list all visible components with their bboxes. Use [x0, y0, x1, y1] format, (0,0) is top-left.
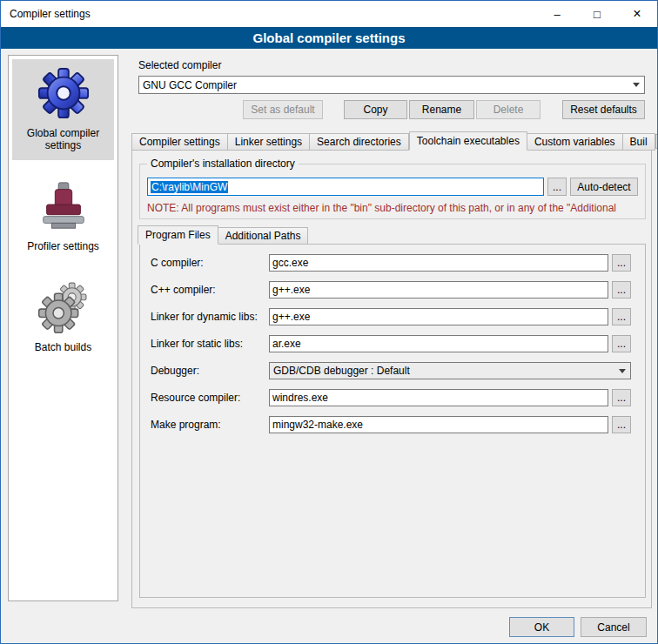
resource-compiler-input[interactable]: [269, 389, 608, 406]
sidebar-item-label: Batch builds: [35, 341, 91, 353]
profiler-tool-icon: [37, 179, 91, 233]
c-compiler-browse-button[interactable]: ...: [612, 254, 631, 272]
static-linker-browse-button[interactable]: ...: [612, 335, 631, 352]
tab-compiler-settings[interactable]: Compiler settings: [131, 133, 228, 151]
ok-button[interactable]: OK: [509, 617, 574, 637]
close-icon[interactable]: ×: [617, 1, 657, 27]
tab-build-options-truncated[interactable]: Buil: [623, 133, 655, 151]
inner-page-wrap: C compiler: ... C++ compiler: ... Linker…: [139, 151, 646, 607]
chevron-down-icon: [628, 77, 643, 92]
toolchain-executables-page: Compiler's installation directory C:\ray…: [131, 150, 652, 608]
resource-compiler-browse-button[interactable]: ...: [612, 389, 631, 406]
make-program-label: Make program:: [151, 419, 269, 431]
chevron-down-icon: [614, 364, 629, 378]
tab-linker-settings[interactable]: Linker settings: [228, 133, 310, 151]
static-linker-label: Linker for static libs:: [151, 338, 269, 350]
tab-scroll-buttons: ◄ ►: [655, 134, 658, 151]
static-linker-row: Linker for static libs: ...: [151, 335, 631, 352]
page-title: Global compiler settings: [1, 27, 657, 49]
debugger-select[interactable]: GDB/CDB debugger : Default: [269, 362, 631, 379]
blue-gear-icon: [37, 66, 91, 120]
maximize-icon[interactable]: □: [577, 1, 617, 27]
settings-tab-bar: Compiler settings Linker settings Search…: [131, 131, 652, 151]
gray-gears-icon: [37, 280, 91, 334]
dynamic-linker-label: Linker for dynamic libs:: [151, 311, 269, 323]
compiler-settings-window: Compiler settings – □ × Global compiler …: [0, 0, 658, 644]
selected-compiler-label: Selected compiler: [138, 59, 221, 71]
sidebar-item-profiler-settings[interactable]: Profiler settings: [12, 172, 114, 261]
copy-button[interactable]: Copy: [344, 100, 407, 119]
c-compiler-row: C compiler: ...: [151, 254, 631, 272]
compiler-button-row: Set as default Copy Rename Delete Reset …: [138, 100, 645, 119]
tab-program-files[interactable]: Program Files: [138, 225, 218, 245]
sidebar-item-label: Profiler settings: [27, 240, 99, 252]
program-tab-bar: Program Files Additional Paths: [138, 226, 308, 245]
dynamic-linker-row: Linker for dynamic libs: ...: [151, 308, 631, 325]
selected-compiler-value: GNU GCC Compiler: [143, 79, 237, 91]
cpp-compiler-input[interactable]: [269, 281, 608, 299]
debugger-label: Debugger:: [151, 365, 269, 377]
sidebar: Global compiler settings Profiler settin…: [8, 55, 118, 601]
titlebar: Compiler settings – □ ×: [1, 1, 657, 27]
delete-button: Delete: [476, 100, 540, 119]
resource-compiler-row: Resource compiler: ...: [151, 389, 631, 406]
tab-custom-variables[interactable]: Custom variables: [527, 133, 623, 151]
main-panel: Selected compiler GNU GCC Compiler Set a…: [131, 55, 652, 608]
tab-search-directories[interactable]: Search directories: [310, 133, 409, 151]
debugger-value: GDB/CDB debugger : Default: [273, 365, 410, 377]
make-program-input[interactable]: [269, 416, 608, 433]
dynamic-linker-input[interactable]: [269, 308, 608, 325]
minimize-icon[interactable]: –: [537, 1, 577, 27]
sidebar-item-batch-builds[interactable]: Batch builds: [12, 273, 114, 362]
tab-additional-paths[interactable]: Additional Paths: [218, 227, 309, 245]
resource-compiler-label: Resource compiler:: [151, 392, 269, 404]
reset-defaults-button[interactable]: Reset defaults: [562, 100, 645, 119]
debugger-row: Debugger: GDB/CDB debugger : Default: [151, 362, 631, 379]
rename-button[interactable]: Rename: [409, 100, 474, 119]
tab-scroll-left-icon[interactable]: ◄: [655, 134, 658, 149]
dynamic-linker-browse-button[interactable]: ...: [612, 308, 631, 325]
make-program-row: Make program: ...: [151, 416, 631, 433]
c-compiler-label: C compiler:: [151, 257, 269, 269]
set-as-default-button: Set as default: [243, 100, 323, 119]
c-compiler-input[interactable]: [269, 254, 608, 272]
static-linker-input[interactable]: [269, 335, 608, 352]
cpp-compiler-row: C++ compiler: ...: [151, 281, 631, 299]
cpp-compiler-browse-button[interactable]: ...: [612, 281, 631, 299]
program-files-page: C compiler: ... C++ compiler: ... Linker…: [139, 244, 646, 598]
window-controls: – □ ×: [537, 1, 657, 27]
cancel-button[interactable]: Cancel: [581, 617, 647, 637]
tab-toolchain-executables[interactable]: Toolchain executables: [409, 131, 527, 151]
window-title: Compiler settings: [10, 8, 91, 20]
sidebar-item-label: Global compiler settings: [14, 127, 112, 151]
cpp-compiler-label: C++ compiler:: [151, 284, 269, 296]
sidebar-item-global-compiler-settings[interactable]: Global compiler settings: [12, 59, 114, 160]
make-program-browse-button[interactable]: ...: [612, 416, 631, 433]
selected-compiler-select[interactable]: GNU GCC Compiler: [138, 76, 645, 94]
